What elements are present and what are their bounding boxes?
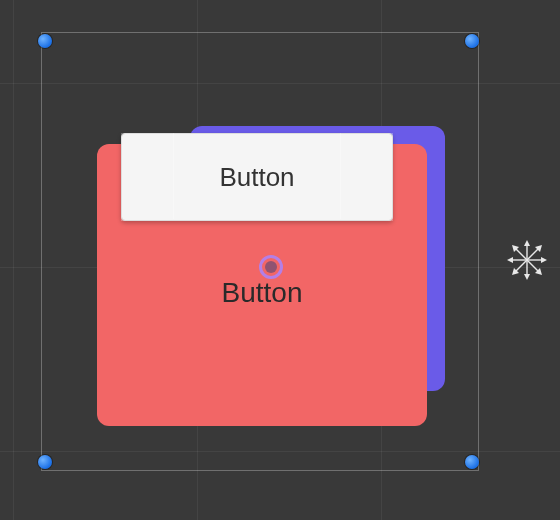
svg-marker-9 bbox=[524, 274, 530, 280]
scene-canvas[interactable]: Button Button bbox=[0, 0, 560, 520]
anchor-guides bbox=[0, 0, 560, 520]
svg-line-6 bbox=[515, 260, 527, 272]
svg-marker-10 bbox=[507, 257, 513, 263]
svg-line-4 bbox=[515, 248, 527, 260]
move-gizmo-icon[interactable] bbox=[507, 240, 547, 280]
svg-line-7 bbox=[527, 260, 539, 272]
svg-marker-8 bbox=[524, 240, 530, 246]
svg-line-5 bbox=[527, 248, 539, 260]
svg-marker-11 bbox=[541, 257, 547, 263]
